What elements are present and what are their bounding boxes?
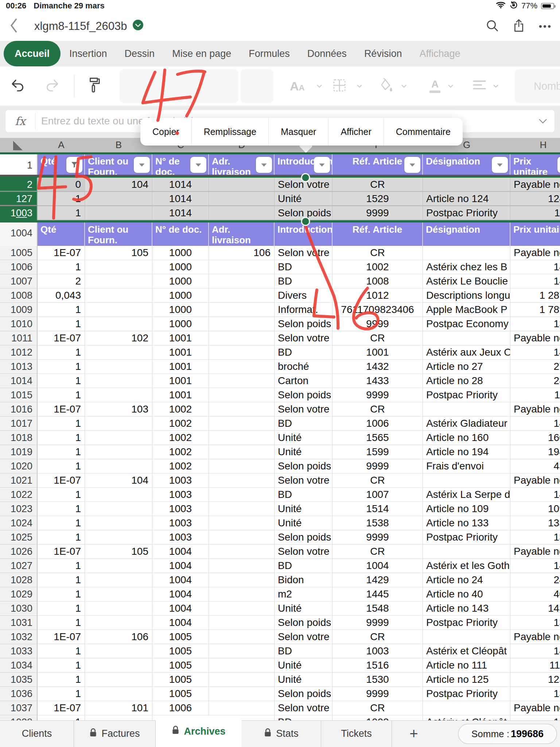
cell[interactable]: Informat. [275, 303, 332, 317]
cell[interactable] [423, 178, 510, 192]
cell[interactable]: Selon poids [275, 317, 332, 331]
cell[interactable] [423, 402, 510, 417]
cell[interactable] [209, 530, 275, 545]
cell[interactable]: 1 [38, 530, 85, 545]
cell[interactable]: 0,043 [38, 289, 85, 303]
cell[interactable]: 14,8 [510, 417, 560, 431]
cell[interactable] [209, 488, 275, 502]
cell[interactable]: 1003 [332, 644, 423, 658]
ribbon-tab-formules[interactable]: Formules [240, 41, 299, 66]
cell[interactable]: Selon votre [275, 402, 332, 417]
cell[interactable]: 106 [209, 246, 275, 260]
cell[interactable]: 1001 [152, 331, 209, 345]
cell[interactable]: Astérix et Cléopât [423, 644, 510, 658]
cell[interactable] [209, 206, 275, 220]
cell[interactable] [85, 317, 152, 331]
cell[interactable]: Astérix chez les B [423, 260, 510, 274]
column-title-cell[interactable]: Adr. livraison [209, 154, 275, 175]
cell[interactable]: 1000 [152, 317, 209, 331]
cell[interactable]: Unité [275, 601, 332, 616]
cell[interactable] [85, 488, 152, 502]
cell[interactable]: 13,0 [510, 530, 560, 545]
cell[interactable]: Unité [275, 516, 332, 530]
cell[interactable]: Payable ne [510, 701, 560, 715]
cell[interactable] [209, 473, 275, 488]
cell[interactable]: Selon poids [275, 616, 332, 630]
cell[interactable]: 1005 [152, 673, 209, 687]
cell[interactable]: Article no 24 [423, 573, 510, 587]
cell[interactable]: Postpac Priority [423, 616, 510, 630]
cell[interactable]: 1003 [152, 530, 209, 545]
row-header[interactable]: 1020 [0, 459, 38, 473]
cell[interactable]: Selon poids [275, 530, 332, 545]
cell[interactable]: 1006 [152, 701, 209, 715]
cell[interactable] [209, 345, 275, 360]
row-header[interactable]: 1037 [0, 701, 38, 715]
cell[interactable]: 1000 [152, 289, 209, 303]
cell[interactable] [209, 417, 275, 431]
cell[interactable]: 1 [38, 587, 85, 601]
cell[interactable]: 1 [38, 192, 85, 206]
context-menu-item-remplissage[interactable]: Remplissage [191, 118, 269, 146]
cell[interactable]: broché [275, 360, 332, 374]
ribbon-tab-données[interactable]: Données [299, 41, 355, 66]
font-format-button[interactable]: AA [290, 79, 304, 93]
cell[interactable]: 105 [85, 545, 152, 559]
filter-dropdown-button[interactable] [256, 157, 272, 173]
cell[interactable]: 1433 [332, 374, 423, 388]
cell[interactable]: Payable ne [510, 178, 560, 192]
sheet-tab-tickets[interactable]: Tickets [321, 720, 392, 747]
cell[interactable]: 1004 [332, 559, 423, 573]
cell[interactable]: 1 [38, 260, 85, 274]
cell[interactable]: 28,0 [510, 374, 560, 388]
cell[interactable]: 2 [38, 274, 85, 289]
column-title-cell[interactable]: Client ou Fourn. [85, 154, 152, 175]
cell[interactable]: Postpac Priority [423, 388, 510, 402]
cell[interactable]: 1445 [332, 587, 423, 601]
cell[interactable] [85, 573, 152, 587]
cell[interactable] [85, 206, 152, 220]
cell[interactable] [209, 331, 275, 345]
cell[interactable]: m2 [275, 587, 332, 601]
row-header[interactable]: 1028 [0, 573, 38, 587]
row-header[interactable]: 1021 [0, 473, 38, 488]
cell[interactable] [209, 317, 275, 331]
row-header[interactable]: 1024 [0, 516, 38, 530]
cell[interactable]: 1001 [152, 374, 209, 388]
undo-button[interactable] [9, 77, 26, 95]
ribbon-tab-dessin[interactable]: Dessin [116, 41, 164, 66]
cell[interactable] [209, 431, 275, 445]
document-title[interactable]: xlgm8-115f_2603b [34, 20, 127, 33]
filter-dropdown-button[interactable] [190, 157, 206, 173]
filter-dropdown-button[interactable] [314, 157, 330, 173]
cell[interactable] [85, 260, 152, 274]
cell[interactable] [209, 687, 275, 701]
cell[interactable]: 1432 [332, 360, 423, 374]
cell[interactable] [209, 360, 275, 374]
cell[interactable]: Unité [275, 192, 332, 206]
cell[interactable] [209, 616, 275, 630]
cell[interactable]: 1 [38, 488, 85, 502]
cell[interactable]: Unité [275, 445, 332, 459]
cell[interactable] [209, 630, 275, 644]
cell[interactable]: Article no 160 [423, 431, 510, 445]
row-header[interactable]: 1018 [0, 431, 38, 445]
row-header[interactable]: 1016 [0, 402, 38, 417]
cell[interactable] [85, 516, 152, 530]
sum-status-pill[interactable]: Somme : 199686 [458, 724, 557, 744]
cell[interactable] [209, 445, 275, 459]
cell[interactable]: 1 [38, 644, 85, 658]
cell[interactable]: Payable ne [510, 246, 560, 260]
cell[interactable]: CR [332, 545, 423, 559]
cell[interactable] [85, 559, 152, 573]
filter-dropdown-button[interactable] [557, 157, 560, 173]
row-header[interactable]: 1011 [0, 331, 38, 345]
cell[interactable]: 106 [85, 630, 152, 644]
column-header-A[interactable]: A [38, 138, 85, 152]
cell[interactable]: 1003 [152, 502, 209, 516]
cell[interactable]: Article no 28 [423, 374, 510, 388]
cell[interactable]: 0 [38, 178, 85, 192]
cell[interactable]: 1005 [152, 644, 209, 658]
cell[interactable]: 1014 [152, 178, 209, 192]
cell[interactable]: Selon votre [275, 545, 332, 559]
